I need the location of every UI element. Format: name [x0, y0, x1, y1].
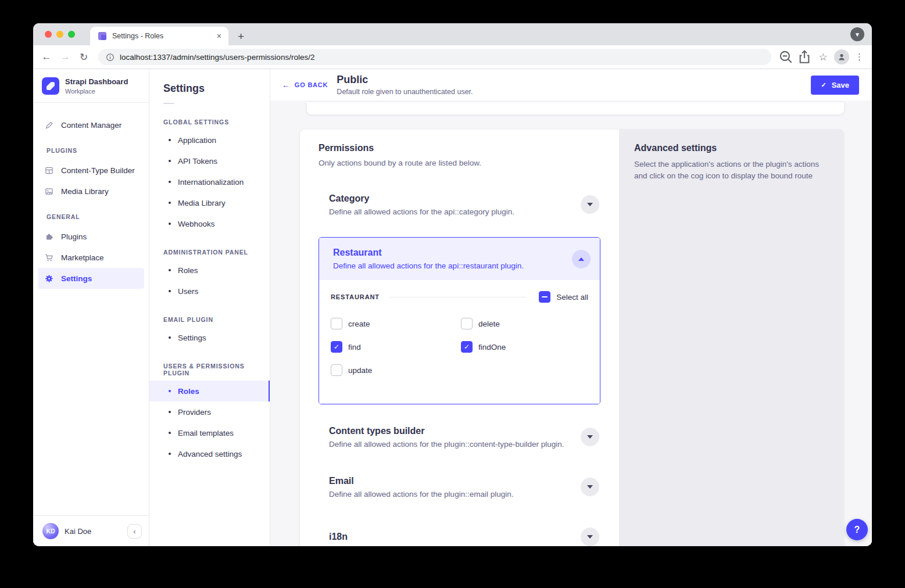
browser-profile-icon[interactable] [834, 49, 849, 64]
settings-subnav: Settings GLOBAL SETTINGSApplicationAPI T… [149, 69, 270, 546]
subnav-item-label: Email templates [178, 429, 234, 438]
sidebar-item-media-library[interactable]: Media Library [38, 181, 144, 202]
subnav-item-label: Webhooks [178, 220, 215, 228]
sidebar-item-plugins[interactable]: Plugins [38, 226, 144, 247]
scrolled-card-remnant [307, 102, 844, 114]
expand-button[interactable] [581, 478, 599, 496]
checkbox-unchecked-icon[interactable] [331, 364, 342, 376]
maximize-window-icon[interactable] [68, 31, 75, 38]
bullet-icon [169, 290, 171, 292]
share-icon[interactable] [797, 49, 812, 64]
accordion-content-types-builder[interactable]: Content types builder Define all allowed… [319, 420, 600, 454]
permissions-subtitle: Only actions bound by a route are listed… [319, 159, 600, 167]
checkbox-unchecked-icon[interactable] [461, 318, 473, 329]
subnav-item-api-tokens[interactable]: API Tokens [149, 150, 270, 171]
go-back-link[interactable]: ← GO BACK [282, 80, 328, 89]
sidebar-item-content-type-builder[interactable]: Content-Type Builder [38, 160, 144, 181]
subnav-item-application[interactable]: Application [149, 130, 270, 150]
sidebar-item-marketplace[interactable]: Marketplace [38, 247, 144, 268]
sidebar-item-settings[interactable]: Settings [38, 268, 144, 289]
minimize-window-icon[interactable] [56, 31, 63, 38]
help-button[interactable]: ? [846, 519, 868, 540]
accordion-restaurant-header[interactable]: Restaurant Define all allowed actions fo… [319, 238, 600, 280]
browser-menu-icon[interactable]: ⋮ [853, 52, 866, 62]
accordion-description: Define all allowed actions for the plugi… [329, 490, 513, 499]
bullet-icon [169, 139, 171, 141]
browser-tab-bar: Settings - Roles × + ▼ [33, 23, 872, 45]
chevron-down-icon [587, 535, 593, 539]
restaurant-permissions-body: RESTAURANT Select all createdelete✓find✓… [319, 280, 600, 404]
zoom-out-icon[interactable] [778, 49, 793, 64]
cart-icon [44, 253, 53, 262]
expand-button[interactable] [581, 528, 599, 546]
main-sidebar: Strapi Dashboard Workplace Content Manag… [33, 69, 149, 546]
bullet-icon [169, 202, 171, 204]
bookmark-star-icon[interactable]: ☆ [815, 49, 831, 64]
user-profile-row[interactable]: KD Kai Doe ‹ [33, 515, 149, 546]
checkbox-checked-icon[interactable]: ✓ [331, 341, 342, 353]
sidebar-section-label: GENERAL [46, 213, 149, 220]
avatar: KD [42, 523, 59, 539]
image-icon [44, 187, 53, 196]
info-icon[interactable] [106, 53, 115, 62]
sidebar-item-content-manager[interactable]: Content Manager [38, 114, 144, 135]
tab-search-icon[interactable]: ▼ [850, 27, 864, 41]
accordion-title: i18n [329, 532, 348, 542]
accordion-i18n[interactable]: i18n [319, 519, 600, 546]
browser-tab[interactable]: Settings - Roles × [90, 27, 228, 45]
subnav-item-email-templates[interactable]: Email templates [149, 422, 270, 443]
back-icon[interactable]: ← [39, 49, 54, 64]
expand-button[interactable] [581, 428, 599, 446]
chevron-down-icon [587, 203, 593, 206]
subnav-item-webhooks[interactable]: Webhooks [149, 213, 270, 234]
checkbox-checked-icon[interactable]: ✓ [461, 341, 473, 353]
checkbox-indeterminate-icon[interactable] [539, 291, 550, 303]
layout-icon [44, 166, 53, 175]
subnav-item-label: Users [178, 287, 198, 296]
select-all-checkbox[interactable]: Select all [539, 291, 588, 303]
collapse-sidebar-button[interactable]: ‹ [127, 524, 142, 539]
gear-icon [44, 274, 53, 283]
strapi-app: Strapi Dashboard Workplace Content Manag… [33, 69, 872, 546]
checkbox-unchecked-icon[interactable] [331, 318, 342, 329]
accordion-email[interactable]: Email Define all allowed actions for the… [319, 469, 600, 504]
forward-icon[interactable]: → [58, 49, 73, 64]
strapi-logo-icon [42, 77, 59, 95]
role-header: ← GO BACK Public Default role given to u… [270, 69, 872, 101]
subnav-item-users[interactable]: Users [149, 281, 270, 302]
subnav-item-media-library[interactable]: Media Library [149, 192, 270, 213]
subnav-item-roles[interactable]: Roles [149, 381, 270, 401]
checkbox-label: findOne [478, 343, 506, 352]
page-subtitle: Default role given to unauthenticated us… [337, 88, 473, 96]
permission-checkbox-find[interactable]: ✓find [331, 341, 461, 353]
address-bar[interactable]: localhost:1337/admin/settings/users-perm… [98, 49, 771, 65]
collapse-button[interactable] [572, 250, 591, 268]
save-button[interactable]: ✓ Save [811, 76, 859, 95]
permission-checkbox-update[interactable]: update [331, 364, 461, 376]
sidebar-item-label: Media Library [61, 187, 109, 196]
group-label: RESTAURANT [331, 293, 380, 300]
reload-icon[interactable]: ↻ [76, 49, 91, 64]
new-tab-button[interactable]: + [238, 31, 244, 42]
subnav-item-internationalization[interactable]: Internationalization [149, 171, 270, 192]
workspace-switcher[interactable]: Strapi Dashboard Workplace [33, 69, 149, 103]
expand-button[interactable] [581, 195, 599, 214]
app-name: Strapi Dashboard [65, 77, 128, 87]
subnav-item-roles[interactable]: Roles [149, 260, 270, 281]
divider [163, 103, 174, 104]
close-tab-icon[interactable]: × [216, 31, 223, 41]
accordion-description: Define all allowed actions for the api::… [333, 261, 524, 270]
permission-checkbox-delete[interactable]: delete [461, 318, 588, 329]
subnav-item-providers[interactable]: Providers [149, 401, 270, 422]
subnav-item-settings[interactable]: Settings [149, 327, 270, 348]
permission-checkbox-create[interactable]: create [331, 318, 461, 329]
permission-checkbox-findOne[interactable]: ✓findOne [461, 341, 588, 353]
bullet-icon [169, 336, 171, 339]
subnav-item-advanced-settings[interactable]: Advanced settings [149, 443, 270, 464]
strapi-favicon-icon [98, 31, 107, 41]
accordion-category[interactable]: Category Define all allowed actions for … [319, 187, 600, 222]
bullet-icon [169, 432, 171, 434]
close-window-icon[interactable] [45, 31, 52, 38]
url-text: localhost:1337/admin/settings/users-perm… [120, 53, 314, 62]
subnav-item-label: Application [178, 136, 216, 145]
